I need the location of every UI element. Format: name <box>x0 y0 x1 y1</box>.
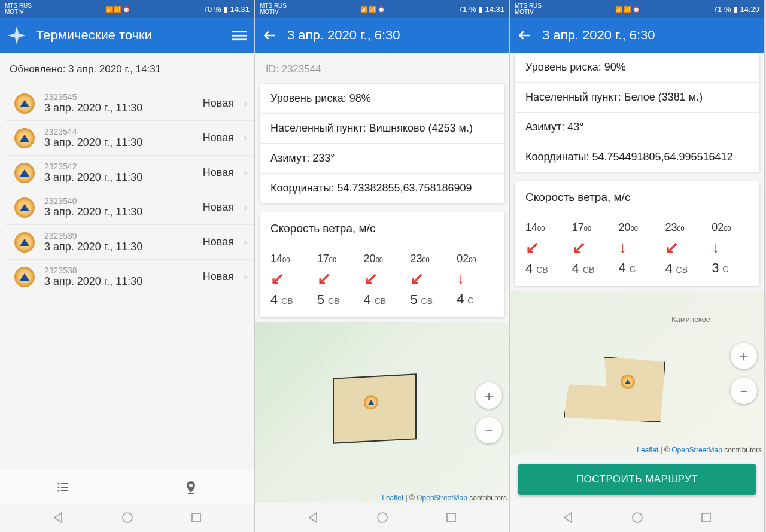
svg-marker-11 <box>54 513 62 522</box>
wind-cell: 0200 ↓ 3 С <box>707 221 753 276</box>
item-body: 2323544 3 апр. 2020 г., 11:30 <box>44 127 193 149</box>
item-date: 3 апр. 2020 г., 11:30 <box>44 171 193 184</box>
settlement-row: Населенный пункт: Белое (3381 м.) <box>515 83 759 113</box>
zoom-in-button[interactable]: ＋ <box>476 382 502 409</box>
page-title: Термические точки <box>36 28 222 43</box>
sys-back[interactable] <box>563 512 574 524</box>
item-id: 2323538 <box>44 266 193 275</box>
map[interactable]: Каминское ＋ － Leaflet | © OpenStreetMap … <box>510 291 764 455</box>
wind-arrow-icon: ↙ <box>364 269 406 288</box>
item-date: 3 апр. 2020 г., 11:30 <box>44 136 193 149</box>
nav-map-button[interactable] <box>127 470 254 503</box>
svg-rect-9 <box>61 490 68 491</box>
nav-list-button[interactable] <box>0 470 127 503</box>
list-icon <box>56 480 71 494</box>
battery-pct: 71 % <box>458 5 476 14</box>
carrier-2: MOTIV <box>260 9 287 15</box>
wind-arrow-icon: ↓ <box>619 238 661 257</box>
wind-cell: 1400 ↙ 4 СВ <box>266 253 312 308</box>
status-bar: MTS RUS MOTIV 📶 📶 ⏰ 71 % ▮ 14:31 <box>255 0 509 18</box>
sys-home[interactable] <box>121 512 133 524</box>
bottom-nav <box>0 470 254 503</box>
sys-recent[interactable] <box>700 512 712 524</box>
alert-icon <box>14 197 35 218</box>
list-item[interactable]: 2323538 3 апр. 2020 г., 11:30 Новая › <box>5 260 254 294</box>
wind-time: 1700 <box>317 253 359 265</box>
sys-home[interactable] <box>631 512 643 524</box>
sys-recent[interactable] <box>445 512 457 524</box>
list-item[interactable]: 2323544 3 апр. 2020 г., 11:30 Новая › <box>5 121 254 156</box>
chevron-right-icon: › <box>244 201 247 214</box>
status-icons: 📶 📶 ⏰ <box>615 6 640 13</box>
risk-row: Уровень риска: 98% <box>260 84 504 114</box>
alert-icon <box>14 232 35 253</box>
back-button[interactable] <box>262 28 278 43</box>
sys-back[interactable] <box>53 512 65 524</box>
zoom-out-button[interactable]: － <box>731 378 757 404</box>
sys-back[interactable] <box>308 512 320 524</box>
status-time: 14:31 <box>485 5 504 14</box>
leaflet-link[interactable]: Leaflet <box>637 446 658 454</box>
chevron-right-icon: › <box>244 97 247 110</box>
svg-rect-19 <box>702 513 710 522</box>
map-controls: ＋ － <box>476 382 502 443</box>
status-time: 14:29 <box>740 5 759 14</box>
svg-marker-14 <box>309 513 317 522</box>
menu-button[interactable] <box>232 28 247 43</box>
svg-rect-3 <box>232 38 247 40</box>
wind-cell: 1700 ↙ 5 СВ <box>312 253 359 308</box>
wind-cell: 2300 ↙ 4 СВ <box>660 221 707 276</box>
wind-arrow-icon: ↓ <box>712 238 753 257</box>
system-nav <box>510 503 764 532</box>
list-item[interactable]: 2323545 3 апр. 2020 г., 11:30 Новая › <box>5 86 254 121</box>
svg-rect-10 <box>188 493 194 494</box>
compass-icon <box>7 26 26 45</box>
list-item[interactable]: 2323542 3 апр. 2020 г., 11:30 Новая › <box>5 156 254 190</box>
status-bar: MTS RUS MOTIV 📶 📶 ⏰ 71 % ▮ 14:29 <box>510 0 764 18</box>
list-item[interactable]: 2323540 3 апр. 2020 г., 11:30 Новая › <box>5 190 254 225</box>
wind-arrow-icon: ↙ <box>317 269 359 288</box>
pin-icon <box>184 480 198 494</box>
wind-time: 1400 <box>525 221 567 234</box>
leaflet-link[interactable]: Leaflet <box>382 494 403 502</box>
status-icons: 📶 📶 ⏰ <box>105 6 130 13</box>
wind-arrow-icon: ↙ <box>410 269 452 288</box>
item-body: 2323538 3 апр. 2020 г., 11:30 <box>44 266 193 288</box>
osm-link[interactable]: OpenStreetMap <box>417 494 467 502</box>
item-status: Новая <box>203 270 234 283</box>
wind-time: 1700 <box>572 221 614 234</box>
build-route-button[interactable]: ПОСТРОИТЬ МАРШРУТ <box>518 464 756 495</box>
back-button[interactable] <box>517 28 533 43</box>
page-title: 3 апр. 2020 г., 6:30 <box>542 28 757 43</box>
zone-marker-icon <box>621 375 635 389</box>
sys-home[interactable] <box>376 512 388 524</box>
osm-link[interactable]: OpenStreetMap <box>671 446 722 454</box>
status-time: 14:31 <box>230 5 250 14</box>
item-status: Новая <box>203 201 234 214</box>
battery-icon: ▮ <box>223 5 227 14</box>
system-nav <box>255 503 509 532</box>
map-attribution: Leaflet | © OpenStreetMap contributors <box>382 494 507 502</box>
map[interactable]: ＋ － Leaflet | © OpenStreetMap contributo… <box>255 322 509 503</box>
list-item[interactable]: 2323539 3 апр. 2020 г., 11:30 Новая › <box>5 225 254 260</box>
wind-value: 4 СВ <box>572 261 614 276</box>
wind-time: 2300 <box>410 253 452 265</box>
coords-row: Координаты: 54.754491805,64.996516412 <box>515 142 759 172</box>
zoom-in-button[interactable]: ＋ <box>731 343 757 369</box>
sys-recent[interactable] <box>190 512 202 524</box>
battery-pct: 71 % <box>713 5 731 14</box>
risk-row: Уровень риска: 90% <box>515 53 759 83</box>
zoom-out-button[interactable]: － <box>476 417 502 443</box>
wind-value: 4 СВ <box>270 292 312 308</box>
wind-value: 4 С <box>457 291 498 307</box>
item-body: 2323539 3 апр. 2020 г., 11:30 <box>44 231 193 253</box>
item-id: 2323539 <box>44 231 193 241</box>
info-card: Уровень риска: 90% Населенный пункт: Бел… <box>515 53 759 172</box>
wind-cell: 1400 ↙ 4 СВ <box>521 221 567 276</box>
alert-icon <box>14 267 35 287</box>
item-date: 3 апр. 2020 г., 11:30 <box>44 241 193 253</box>
page-title: 3 апр. 2020 г., 6:30 <box>287 28 502 43</box>
svg-rect-7 <box>61 487 68 488</box>
wind-time: 0200 <box>457 253 498 265</box>
app-bar: 3 апр. 2020 г., 6:30 <box>510 18 764 53</box>
